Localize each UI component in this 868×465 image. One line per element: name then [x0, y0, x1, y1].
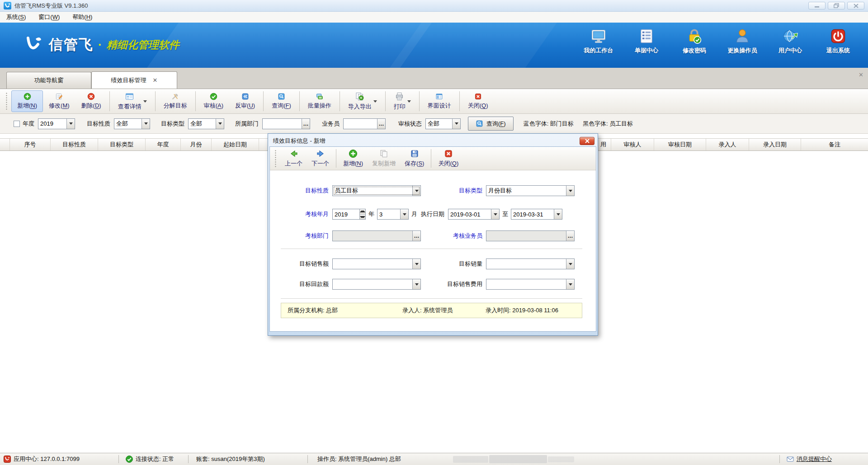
edit-button[interactable]: 修改(M) [43, 90, 75, 112]
audit-filter-input[interactable] [426, 119, 452, 129]
exec-to-dropdown-button[interactable] [554, 209, 562, 219]
year-checkbox[interactable] [14, 121, 20, 127]
tab-performance-goal[interactable]: 绩效目标管理 ✕ [91, 71, 177, 89]
assess-year-spinner[interactable] [332, 209, 366, 220]
assess-month-input[interactable] [377, 209, 400, 219]
receivable-dropdown-button[interactable] [412, 279, 420, 289]
sales-amount-dropdown-button[interactable] [412, 259, 420, 269]
banner-action-workbench[interactable]: 我的工作台 [579, 28, 618, 55]
month-dropdown-button[interactable] [400, 209, 408, 219]
year-filter-combo[interactable] [38, 118, 75, 129]
banner-action-switch-operator[interactable]: 更换操作员 [722, 28, 762, 55]
batch-operation-button[interactable]: 批量操作 [302, 90, 337, 112]
assess-salesman-lookup-button[interactable]: … [566, 231, 574, 241]
goal-type-input[interactable] [486, 186, 566, 196]
target-receivable-combo[interactable] [332, 279, 421, 290]
menu-system[interactable]: 系统(S) [6, 13, 26, 21]
target-expense-input[interactable] [486, 279, 566, 289]
dropdown-arrow-icon[interactable] [143, 100, 147, 103]
year-dropdown-button[interactable] [66, 119, 75, 129]
minimize-button[interactable] [808, 2, 826, 9]
column-header[interactable]: 年度 [146, 139, 181, 150]
banner-action-exit-system[interactable]: 退出系统 [818, 28, 858, 55]
column-header[interactable]: 目标性质 [51, 139, 98, 150]
print-button[interactable]: 打印 [388, 90, 417, 112]
unapprove-button[interactable]: 反审(U) [229, 90, 261, 112]
decompose-goal-button[interactable]: 分解目标 [158, 90, 193, 112]
type-dropdown-button[interactable] [216, 119, 224, 129]
banner-action-user-center[interactable]: 用户中心 [770, 28, 810, 55]
banner-action-documents[interactable]: 单据中心 [627, 28, 666, 55]
type-filter-input[interactable] [189, 119, 216, 129]
goal-nature-combo[interactable] [332, 185, 421, 196]
year-filter-input[interactable] [38, 119, 66, 129]
assess-year-input[interactable] [333, 209, 359, 219]
message-center-link[interactable]: 消息提醒中心 [797, 455, 832, 463]
column-header[interactable]: 备注 [801, 139, 868, 150]
ui-design-button[interactable]: 界面设计 [422, 90, 457, 112]
salesman-filter-field[interactable]: … [343, 118, 386, 129]
dialog-add-button[interactable]: 新增(N) [339, 147, 368, 169]
exec-date-from-combo[interactable] [448, 209, 500, 220]
restore-button[interactable] [828, 2, 845, 9]
column-header[interactable]: 月份 [181, 139, 212, 150]
type-filter-combo[interactable] [188, 118, 224, 129]
column-header[interactable]: 起始日期 [212, 139, 259, 150]
dept-filter-input[interactable] [263, 119, 302, 129]
close-window-button[interactable] [847, 2, 864, 9]
audit-dropdown-button[interactable] [452, 119, 460, 129]
exec-date-to-input[interactable] [511, 209, 554, 219]
target-sales-qty-combo[interactable] [486, 258, 575, 269]
nature-filter-input[interactable] [114, 119, 142, 129]
delete-button[interactable]: 删除(D) [75, 90, 107, 112]
import-export-button[interactable]: 导入导出 [342, 90, 383, 112]
sales-qty-dropdown-button[interactable] [566, 259, 574, 269]
assess-month-combo[interactable] [377, 209, 409, 220]
exec-date-from-input[interactable] [448, 209, 491, 219]
target-receivable-input[interactable] [333, 279, 412, 289]
dropdown-arrow-icon[interactable] [373, 100, 377, 103]
goal-nature-dropdown-button[interactable] [412, 186, 420, 196]
assess-dept-field[interactable]: … [332, 230, 421, 241]
column-header[interactable]: 审核日期 [654, 139, 706, 150]
close-tab-button[interactable]: 关闭(Q) [462, 90, 494, 112]
expense-dropdown-button[interactable] [566, 279, 574, 289]
column-header[interactable]: 录入人 [706, 139, 749, 150]
view-detail-button[interactable]: 查看详情 [112, 90, 153, 112]
previous-button[interactable]: 上一个 [280, 147, 307, 169]
salesman-lookup-button[interactable]: … [377, 119, 385, 129]
goal-nature-input[interactable] [333, 186, 412, 196]
nature-dropdown-button[interactable] [142, 119, 150, 129]
salesman-filter-input[interactable] [344, 119, 377, 129]
dept-filter-field[interactable]: … [262, 118, 310, 129]
banner-action-change-password[interactable]: 修改密码 [675, 28, 714, 55]
column-header[interactable]: 审核人 [611, 139, 654, 150]
goal-type-dropdown-button[interactable] [566, 186, 574, 196]
tabbar-close-icon[interactable]: ✕ [859, 71, 863, 78]
query-button[interactable]: 查询(F) [266, 90, 297, 112]
menu-help[interactable]: 帮助(H) [72, 13, 92, 21]
audit-filter-combo[interactable] [425, 118, 461, 129]
dialog-close-action-button[interactable]: 关闭(Q) [434, 147, 463, 169]
goal-type-combo[interactable] [486, 185, 575, 196]
spin-down-button[interactable] [360, 215, 365, 220]
dialog-close-button[interactable] [580, 137, 594, 145]
copy-add-button[interactable]: 复制新增 [368, 147, 400, 169]
nature-filter-combo[interactable] [114, 118, 150, 129]
column-header[interactable]: 目标类型 [98, 139, 146, 150]
target-sales-amount-combo[interactable] [332, 258, 421, 269]
target-expense-combo[interactable] [486, 279, 575, 290]
exec-from-dropdown-button[interactable] [491, 209, 499, 219]
assess-salesman-field[interactable]: … [486, 230, 575, 241]
exec-date-to-combo[interactable] [511, 209, 562, 220]
dropdown-arrow-icon[interactable] [407, 100, 411, 103]
save-button[interactable]: 保存(S) [400, 147, 429, 169]
column-header[interactable]: 录入日期 [749, 139, 801, 150]
tab-navigation[interactable]: 功能导航窗 [6, 72, 91, 89]
dept-lookup-button[interactable]: … [302, 119, 310, 129]
filter-query-button[interactable]: 查询(F) [468, 117, 514, 131]
message-center[interactable]: 消息提醒中心 [787, 453, 832, 465]
column-header[interactable]: 序号 [10, 139, 51, 150]
next-button[interactable]: 下一个 [307, 147, 334, 169]
assess-dept-lookup-button[interactable]: … [412, 231, 420, 241]
